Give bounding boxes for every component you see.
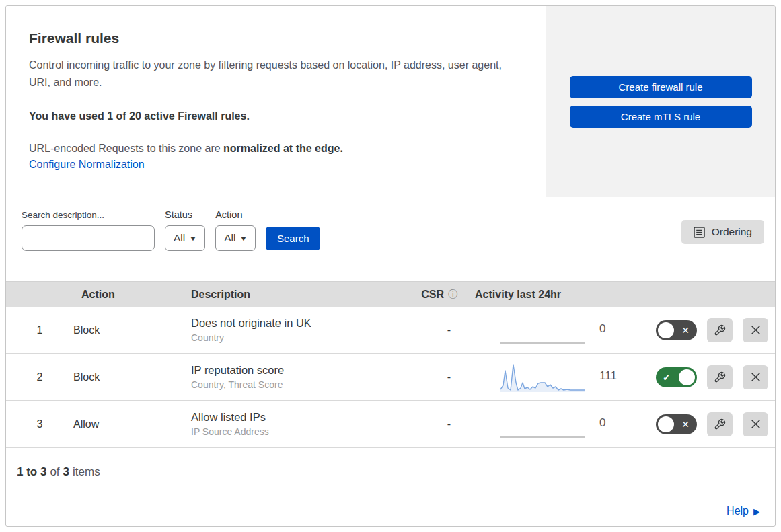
arrow-right-icon: ▶ (753, 506, 760, 517)
search-label: Search description... (22, 210, 155, 220)
rule-description-cell: Does not originate in UK Country (191, 317, 406, 343)
status-value: All (174, 232, 185, 244)
edit-rule-button[interactable] (707, 318, 733, 342)
rule-fields: Country, Threat Score (191, 379, 406, 390)
ordering-button[interactable]: Ordering (681, 220, 764, 244)
rule-csr: - (406, 418, 467, 430)
normalization-bold: normalized at the edge. (223, 143, 343, 154)
normalization-prefix: URL-encoded Requests to this zone are (29, 143, 223, 154)
description-header: Description (191, 289, 406, 301)
search-button[interactable]: Search (266, 227, 320, 250)
usage-notice: You have used 1 of 20 active Firewall ru… (29, 108, 505, 125)
intro-panel: Firewall rules Control incoming traffic … (6, 6, 546, 197)
help-link[interactable]: Help ▶ (727, 505, 760, 517)
activity-count-link[interactable]: 0 (597, 322, 607, 338)
activity-count-link[interactable]: 0 (597, 416, 607, 432)
rule-description-cell: Allow listed IPs IP Source Address (191, 411, 406, 437)
configure-normalization-link[interactable]: Configure Normalization (29, 159, 145, 171)
toggle-knob (658, 322, 674, 338)
rule-controls: ✕ (637, 318, 775, 342)
edit-rule-button[interactable] (707, 412, 733, 436)
info-icon[interactable]: ⓘ (448, 289, 457, 301)
rule-index: 1 (6, 324, 73, 336)
close-icon (751, 372, 761, 382)
header-section: Firewall rules Control incoming traffic … (6, 6, 775, 197)
rule-index: 2 (6, 371, 73, 383)
rule-action: Block (73, 324, 191, 336)
action-header: Action (73, 289, 191, 301)
rule-enabled-toggle[interactable]: ✕ (656, 320, 697, 340)
toggle-knob (658, 416, 674, 432)
rule-fields: Country (191, 332, 406, 343)
activity-cell: 111 (467, 363, 637, 392)
table-header: Action Description CSR ⓘ Activity last 2… (6, 281, 775, 307)
rule-action: Allow (73, 418, 191, 430)
rule-description-cell: IP reputation score Country, Threat Scor… (191, 364, 406, 390)
activity-cell: 0 (467, 410, 637, 439)
search-field: Search description... (22, 210, 155, 251)
help-label: Help (727, 505, 749, 517)
pagination-range: 1 to 3 (17, 465, 46, 478)
delete-rule-button[interactable] (743, 365, 768, 389)
activity-sparkline (500, 315, 585, 345)
close-icon (751, 419, 761, 429)
search-input[interactable] (34, 233, 168, 244)
csr-header-label: CSR (421, 289, 444, 301)
ordering-label: Ordering (712, 226, 752, 238)
activity-count-link[interactable]: 111 (597, 369, 619, 385)
activity-cell: 0 (467, 315, 637, 345)
x-icon: ✕ (681, 418, 690, 429)
wrench-icon (714, 324, 726, 336)
check-icon: ✓ (663, 371, 671, 382)
activity-sparkline (500, 363, 585, 392)
rule-enabled-toggle[interactable]: ✓ (656, 367, 697, 387)
csr-header: CSR ⓘ (406, 289, 467, 301)
pagination-of: of (50, 465, 59, 479)
page-description: Control incoming traffic to your zone by… (29, 56, 505, 91)
page-title: Firewall rules (29, 30, 505, 46)
rule-description: Does not originate in UK (191, 317, 406, 330)
x-icon: ✕ (681, 324, 690, 335)
rule-action: Block (73, 371, 191, 383)
close-icon (751, 325, 761, 335)
normalization-text: URL-encoded Requests to this zone are no… (29, 140, 505, 157)
help-bar: Help ▶ (6, 496, 775, 526)
action-select[interactable]: All ▼ (215, 225, 256, 251)
status-label: Status (165, 209, 205, 220)
status-select[interactable]: All ▼ (165, 225, 205, 251)
list-icon (694, 227, 705, 238)
firewall-rules-card: Firewall rules Control incoming traffic … (5, 5, 776, 527)
action-value: All (224, 232, 235, 244)
pagination-total: 3 (63, 465, 69, 478)
wrench-icon (714, 371, 726, 383)
create-mtls-rule-button[interactable]: Create mTLS rule (570, 106, 752, 128)
rule-controls: ✕ (637, 412, 775, 436)
rule-enabled-toggle[interactable]: ✕ (656, 414, 697, 434)
rule-csr: - (406, 371, 467, 383)
filter-controls: Search description... Status All ▼ (22, 209, 320, 251)
rule-controls: ✓ (637, 365, 775, 389)
toggle-knob (679, 369, 695, 385)
firewall-rules-page: Firewall rules Control incoming traffic … (0, 0, 781, 532)
activity-sparkline (500, 410, 585, 439)
rule-index: 3 (6, 418, 73, 430)
edit-rule-button[interactable] (707, 365, 733, 389)
table-row: 2 Block IP reputation score Country, Thr… (6, 354, 775, 401)
filter-bar: Search description... Status All ▼ (6, 197, 775, 281)
action-field: Action All ▼ (215, 209, 256, 251)
table-row: 1 Block Does not originate in UK Country… (6, 307, 775, 354)
delete-rule-button[interactable] (743, 412, 768, 436)
cta-panel: Create firewall rule Create mTLS rule (546, 6, 775, 197)
create-firewall-rule-button[interactable]: Create firewall rule (570, 76, 752, 98)
delete-rule-button[interactable] (743, 318, 768, 342)
wrench-icon (714, 418, 726, 430)
search-input-box[interactable] (22, 225, 155, 251)
rule-description: IP reputation score (191, 364, 406, 377)
rule-csr: - (406, 324, 467, 336)
pagination-items: items (73, 465, 100, 479)
action-label: Action (215, 209, 256, 220)
rule-fields: IP Source Address (191, 426, 406, 437)
activity-header: Activity last 24hr (467, 289, 637, 301)
chevron-down-icon: ▼ (239, 235, 248, 242)
pagination-bar: 1 to 3 of 3 items (6, 448, 775, 496)
